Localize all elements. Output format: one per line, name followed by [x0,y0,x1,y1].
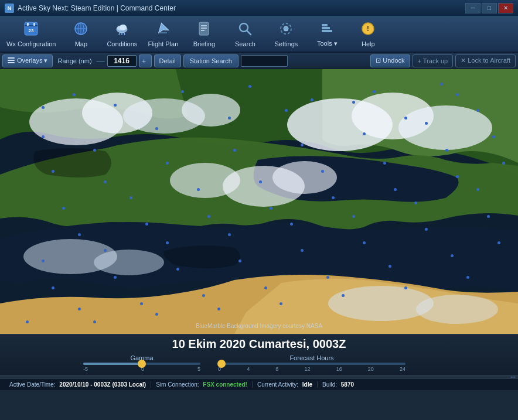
gamma-track[interactable] [83,363,200,365]
station-dot[interactable] [497,241,500,244]
gamma-thumb[interactable] [138,360,146,368]
svg-point-47 [416,295,498,324]
station-dot[interactable] [352,215,355,218]
overlays-button[interactable]: Overlays ▾ [2,54,53,67]
station-dot[interactable] [233,149,236,152]
station-dot[interactable] [492,135,495,138]
range-input[interactable] [107,55,137,67]
station-dot[interactable] [259,180,262,183]
station-dot[interactable] [285,109,288,112]
track-up-button[interactable]: + Track up [413,54,454,67]
station-dot[interactable] [321,170,324,173]
forecast-label: Forecast Hours [289,354,333,361]
range-plus-button[interactable]: + [139,54,152,67]
station-dot[interactable] [264,286,267,289]
help-button[interactable]: ! Help [348,18,388,50]
svg-line-22 [247,30,251,35]
layers-icon [8,57,15,64]
forecast-track[interactable] [218,363,405,365]
svg-line-14 [124,33,125,35]
activity-label: Current Activity: [257,381,298,388]
date-display: 10 Ekim 2020 Cumartesi, 0003Z [172,337,346,351]
station-dot[interactable] [145,223,148,226]
search-button[interactable]: Search [225,18,265,50]
station-dot[interactable] [270,207,272,210]
station-dot[interactable] [207,215,210,218]
svg-rect-32 [8,62,15,63]
activity-item: Current Activity: Idle [253,381,318,388]
maximize-button[interactable]: □ [482,3,497,13]
briefing-label: Briefing [193,40,215,47]
map-svg [0,69,518,334]
tools-button[interactable]: Tools ▾ [307,18,347,50]
flight-plan-label: Flight Plan [148,40,178,47]
station-dot[interactable] [487,215,490,218]
station-dot[interactable] [456,93,459,96]
conditions-button[interactable]: Conditions [102,18,142,50]
svg-marker-15 [156,22,169,33]
station-dot[interactable] [93,149,96,152]
station-dot[interactable] [73,93,76,96]
help-label: Help [362,40,375,47]
lock-aircraft-button[interactable]: ✕ Lock to Aircraft [455,54,516,67]
svg-point-43 [272,161,337,194]
wx-config-button[interactable]: 23 Wx Configuration [2,18,60,50]
wx-config-label: Wx Configuration [6,40,56,47]
briefing-icon [196,21,212,39]
undock-label: ⊡ Undock [376,57,404,64]
active-value: 2020/10/10 - 0003Z (0303 Local) [59,381,146,388]
station-dot[interactable] [202,294,205,297]
station-dot[interactable] [326,276,329,279]
svg-text:!: ! [367,24,369,33]
station-search-input[interactable] [241,55,288,67]
build-value: 5870 [341,381,354,388]
station-dot[interactable] [130,196,132,199]
active-label: Active Date/Time: [9,381,56,388]
search-label: Search [235,40,255,47]
forecast-slider-group: Forecast Hours 0 4 8 12 16 20 24 [218,354,405,372]
station-dot[interactable] [301,144,304,146]
station-dot[interactable] [42,135,45,138]
svg-line-12 [119,33,120,35]
station-dot[interactable] [78,308,81,310]
forecast-thumb[interactable] [217,360,226,368]
station-dot[interactable] [176,268,179,271]
station-dot[interactable] [404,117,407,119]
settings-button[interactable]: Settings [266,18,306,50]
flight-plan-button[interactable]: Flight Plan [143,18,183,50]
minimize-button[interactable]: ─ [465,3,480,13]
map-container[interactable]: BlueMarble Background Imagery courtesy N… [0,69,518,334]
station-dot[interactable] [332,196,335,199]
app-title: Active Sky Next: Steam Edition | Command… [18,4,176,12]
station-dot[interactable] [42,106,45,109]
close-button[interactable]: ✕ [498,3,513,13]
station-dot[interactable] [363,241,366,244]
range-dash: — [97,56,105,66]
settings-icon [278,21,294,39]
svg-text:23: 23 [29,28,34,33]
build-item: Build: 5870 [318,381,359,388]
svg-rect-1 [25,25,38,26]
station-dot[interactable] [104,180,107,183]
tools-icon [319,21,335,38]
forecast-ticks: 0 4 8 12 16 20 24 [218,366,405,372]
station-dot[interactable] [78,233,81,236]
station-search-button[interactable]: Station Search [183,54,238,67]
svg-point-37 [182,94,240,127]
station-dot[interactable] [456,175,459,178]
undock-button[interactable]: ⊡ Undock [370,54,410,67]
activity-value: Idle [302,381,312,388]
station-dot[interactable] [155,313,158,316]
detail-button[interactable]: Detail [154,54,181,67]
station-dot[interactable] [166,241,169,244]
station-dot[interactable] [140,302,143,305]
map-button[interactable]: Map [61,18,101,50]
toolbar: 23 Wx Configuration Map [0,16,518,53]
station-dot[interactable] [404,286,407,289]
station-dot[interactable] [445,149,448,152]
briefing-button[interactable]: Briefing [184,18,224,50]
svg-point-40 [398,105,492,150]
help-icon: ! [360,21,376,39]
flight-plan-icon [155,21,171,39]
station-dot[interactable] [466,276,469,279]
